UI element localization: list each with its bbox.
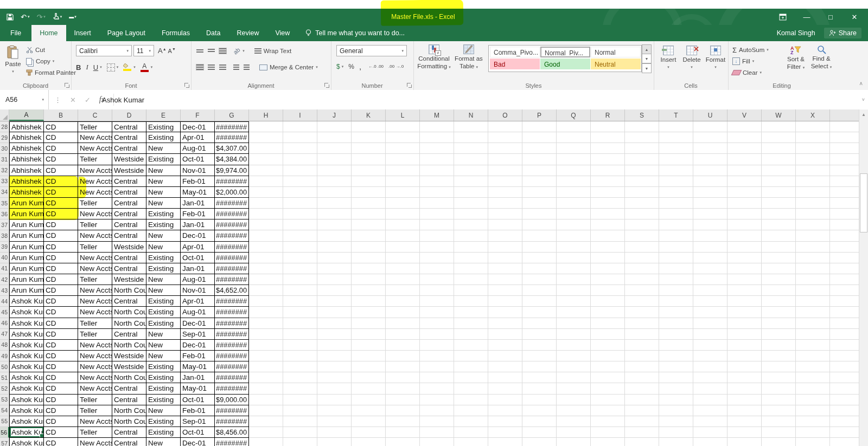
cell-J54[interactable] [317, 405, 352, 416]
cell-T47[interactable] [659, 329, 693, 340]
cell-D38[interactable]: Central [112, 230, 146, 241]
cell-L41[interactable] [386, 263, 420, 274]
cell-R37[interactable] [591, 219, 625, 230]
row-header-46[interactable]: 46 [0, 318, 9, 329]
cell-A45[interactable]: Ashok Kur [9, 307, 44, 318]
cell-D48[interactable]: North Cou [112, 340, 146, 351]
cell-N29[interactable] [454, 132, 488, 143]
cell-U32[interactable] [693, 165, 727, 176]
tab-review[interactable]: Review [228, 25, 267, 41]
cell-S42[interactable] [625, 274, 659, 285]
cell-C39[interactable]: Teller [78, 242, 112, 253]
cell-V33[interactable] [727, 176, 762, 187]
cell-H38[interactable] [249, 230, 283, 241]
cell-F44[interactable]: Apr-01 [181, 296, 215, 307]
cell-I29[interactable] [283, 132, 317, 143]
cell-K54[interactable] [352, 405, 386, 416]
cell-U46[interactable] [693, 318, 727, 329]
cell-E52[interactable]: Existing [146, 383, 181, 394]
cell-X41[interactable] [796, 263, 830, 274]
cell-W31[interactable] [762, 154, 796, 165]
cell-W30[interactable] [762, 143, 796, 154]
column-header-I[interactable]: I [283, 109, 317, 121]
shrink-font-button[interactable]: A▼ [168, 47, 176, 54]
cell-A47[interactable]: Ashok Kur [9, 329, 44, 340]
cell-D37[interactable]: Central [112, 219, 146, 230]
cell-D53[interactable]: Central [112, 395, 146, 405]
cell-A46[interactable]: Ashok Kur [9, 318, 44, 329]
cell-I52[interactable] [283, 383, 317, 394]
cell-R32[interactable] [591, 165, 625, 176]
cell-S35[interactable] [625, 198, 659, 209]
cell-I33[interactable] [283, 176, 317, 187]
cell-W54[interactable] [762, 405, 796, 416]
cell-K53[interactable] [352, 395, 386, 405]
cell-I53[interactable] [283, 395, 317, 405]
cell-G33[interactable]: ######## [215, 176, 249, 187]
cell-S48[interactable] [625, 340, 659, 351]
cell-X45[interactable] [796, 307, 830, 318]
cell-S33[interactable] [625, 176, 659, 187]
cell-T48[interactable] [659, 340, 693, 351]
cell-G37[interactable]: ######## [215, 219, 249, 230]
cell-A52[interactable]: Ashok Kur [9, 383, 44, 394]
row-header-51[interactable]: 51 [0, 372, 9, 383]
cell-U40[interactable] [693, 253, 727, 263]
cell-H34[interactable] [249, 187, 283, 198]
cell-A57[interactable]: Ashok Kur [9, 438, 44, 446]
scrollbar-thumb[interactable] [860, 173, 867, 232]
cell-T35[interactable] [659, 198, 693, 209]
cell-X42[interactable] [796, 274, 830, 285]
cell-P39[interactable] [522, 242, 557, 253]
cell-F32[interactable]: Nov-01 [181, 165, 215, 176]
cell-U55[interactable] [693, 416, 727, 427]
cell-G53[interactable]: $9,000.00 [215, 395, 249, 405]
cell-F35[interactable]: Jan-01 [181, 198, 215, 209]
cell-P37[interactable] [522, 219, 557, 230]
cell-K35[interactable] [352, 198, 386, 209]
cell-U43[interactable] [693, 285, 727, 296]
row-header-57[interactable]: 57 [0, 438, 9, 446]
cell-D51[interactable]: North Cou [112, 372, 146, 383]
cell-W42[interactable] [762, 274, 796, 285]
cell-C42[interactable]: Teller [78, 274, 112, 285]
cell-W34[interactable] [762, 187, 796, 198]
cell-M52[interactable] [420, 383, 454, 394]
cell-O52[interactable] [488, 383, 522, 394]
cell-U36[interactable] [693, 209, 727, 219]
cell-I49[interactable] [283, 351, 317, 361]
cell-A28[interactable]: Abhishek [9, 121, 44, 132]
cell-G30[interactable]: $4,307.00 [215, 143, 249, 154]
cell-partial-36[interactable] [830, 209, 859, 219]
customize-qat-button[interactable]: ▬▾ [69, 14, 76, 20]
cell-G52[interactable]: ######## [215, 383, 249, 394]
cell-A51[interactable]: Ashok Kur [9, 372, 44, 383]
cell-H39[interactable] [249, 242, 283, 253]
cell-R39[interactable] [591, 242, 625, 253]
cell-U57[interactable] [693, 438, 727, 446]
cell-P33[interactable] [522, 176, 557, 187]
confirm-entry-button[interactable]: ✓ [85, 96, 91, 104]
cell-H44[interactable] [249, 296, 283, 307]
cell-T55[interactable] [659, 416, 693, 427]
cell-L29[interactable] [386, 132, 420, 143]
cell-J55[interactable] [317, 416, 352, 427]
column-header-G[interactable]: G [215, 109, 249, 121]
sort-filter-button[interactable]: A Z Sort & Filter ▾ [783, 45, 808, 71]
percent-style-button[interactable]: % [348, 63, 354, 70]
cell-U54[interactable] [693, 405, 727, 416]
cell-I57[interactable] [283, 438, 317, 446]
cell-R40[interactable] [591, 253, 625, 263]
cell-R31[interactable] [591, 154, 625, 165]
cell-J53[interactable] [317, 395, 352, 405]
cell-S30[interactable] [625, 143, 659, 154]
cell-R50[interactable] [591, 361, 625, 372]
cell-W38[interactable] [762, 230, 796, 241]
cell-F36[interactable]: Feb-01 [181, 209, 215, 219]
borders-button[interactable] [107, 63, 115, 72]
cell-J46[interactable] [317, 318, 352, 329]
cell-K33[interactable] [352, 176, 386, 187]
align-right-icon[interactable] [219, 64, 226, 70]
cell-C35[interactable]: Teller [78, 198, 112, 209]
cell-V48[interactable] [727, 340, 762, 351]
